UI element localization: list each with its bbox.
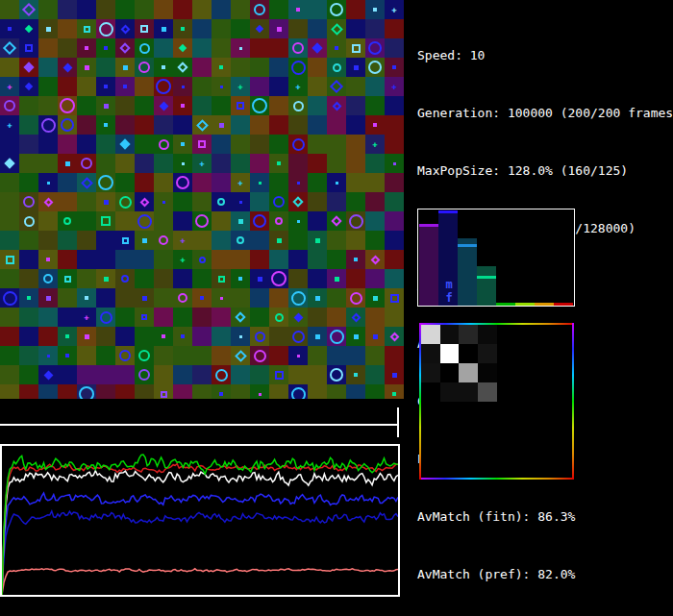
world-cell [135,327,154,346]
agent-plus-icon: ✚ [197,159,207,168]
world-cell [269,250,288,269]
world-cell [346,269,365,288]
world-cell [154,19,173,38]
world-cell [365,77,385,96]
world-cell [154,96,173,115]
world-cell [308,384,327,399]
heatmap-cell [478,420,497,439]
agent-diamond-fill-icon [62,62,72,72]
histogram-bar-6 [515,210,535,306]
agent-ring-small-icon [333,63,341,72]
heatmap-cell [478,458,497,478]
agent-diamond-icon [235,350,247,362]
world-cell [308,115,327,135]
world-cell [308,250,327,269]
world-cell [346,19,365,38]
world-cell [385,231,404,250]
world-cell [327,327,346,346]
world-cell [0,58,19,77]
world-cell [173,135,192,154]
world-cell [38,384,58,399]
world-cell [327,288,346,308]
world-cell [269,327,288,346]
agent-dot-icon [104,104,109,109]
agent-square-icon [122,237,129,244]
world-cell [385,269,404,288]
world-cell [327,231,346,250]
agent-circle-icon [43,274,53,283]
world-cell [115,327,135,346]
world-cell [115,38,135,58]
world-cell: ✚ [385,77,404,96]
agent-plus-icon: ✚ [389,82,399,91]
agent-dot-icon [259,182,262,185]
agent-circle-icon [271,271,287,286]
world-cell [288,308,308,327]
heatmap-cell [553,458,572,478]
world-cell [154,384,173,399]
world-cell [212,154,231,173]
world-cell [327,0,346,19]
heatmap-cell [440,325,460,344]
world-cell [365,365,385,384]
heatmap-cell [440,363,460,382]
timeline-track[interactable] [0,424,399,426]
bar-fill [477,266,496,306]
bar-cap-line [535,303,554,306]
world-cell [288,346,308,365]
world-cell [192,96,212,115]
heatmap-cell [497,420,516,439]
world-cell [192,231,212,250]
world-cell [19,346,38,365]
world-cell [212,269,231,288]
world-cell [308,77,327,96]
world-cell [365,154,385,173]
heatmap-cell [535,382,554,402]
histogram-bar-7 [535,210,554,306]
world-cell [231,192,250,211]
heatmap-cell [553,344,572,363]
world-cell [346,211,365,231]
world-cell [365,19,385,38]
world-cell [173,19,192,38]
world-cell [288,58,308,77]
world-cell [269,115,288,135]
agent-square-icon [141,314,147,320]
world-cell [365,173,385,192]
world-cell [327,384,346,399]
world-cell [212,384,231,399]
world-cell [0,154,19,173]
histogram-bar-5 [496,210,515,306]
agent-dot-icon [354,258,358,261]
agent-plus-icon: ✚ [5,82,14,91]
world-cell [115,192,135,211]
bar-cap-line [419,224,438,227]
heatmap-cell [535,402,554,421]
world-cell [77,96,96,115]
agent-diamond-icon [351,312,361,322]
world-cell [135,346,154,365]
blue-line [2,493,398,595]
heatmap-cell [515,382,535,402]
timeline-marker[interactable] [397,407,399,437]
world-cell [346,192,365,211]
world-cell [385,58,404,77]
world-cell [308,211,327,231]
agent-dot-icon [8,27,12,31]
world-cell [96,58,115,77]
world-cell [192,327,212,346]
world-cell [365,269,385,288]
world-cell [96,365,115,384]
heatmap-cell [478,382,497,402]
world-cell [250,19,269,38]
agent-dot-icon [27,296,31,300]
world-cell [38,0,58,19]
world-cell [19,19,38,38]
world-cell [269,211,288,231]
world-cell [269,0,288,19]
world-cell [288,327,308,346]
world-cell [135,19,154,38]
agent-diamond-icon [119,42,130,53]
heatmap-cell [535,439,554,458]
world-cell [38,308,58,327]
